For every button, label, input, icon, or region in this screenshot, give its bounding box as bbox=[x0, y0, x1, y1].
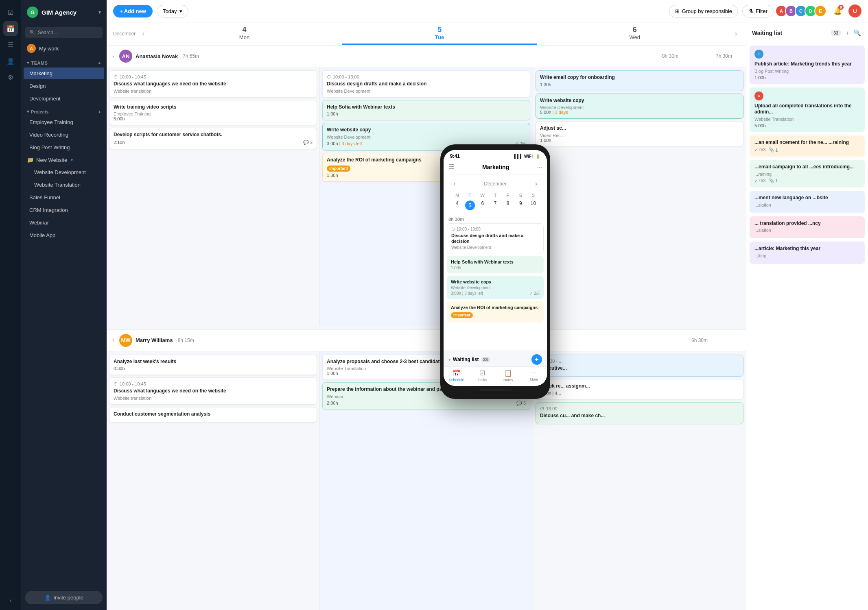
sidebar-item-website-translation[interactable]: Website Translation bbox=[24, 179, 104, 191]
gear-icon-btn[interactable]: ⚙ bbox=[3, 70, 18, 85]
phone-cal-next[interactable]: › bbox=[533, 178, 540, 190]
task-card[interactable]: Write email copy for onboarding 1:30h bbox=[536, 70, 743, 91]
projects-toggle[interactable]: ▾ Projects bbox=[27, 109, 48, 114]
wl-card[interactable]: ... translation provided ...ncy ...slati… bbox=[750, 216, 865, 239]
phone-menu-icon[interactable]: ☰ bbox=[448, 163, 454, 171]
marry-hours-tue: 6h 30m bbox=[691, 338, 708, 343]
calendar-icon-btn[interactable]: 📅 bbox=[3, 21, 18, 36]
sidebar-item-new-website[interactable]: 📁 New Website ▾ bbox=[21, 154, 107, 166]
prev-week-arrow[interactable]: ‹ bbox=[140, 28, 146, 40]
wl-card[interactable]: ...ment new language on ...bsite ...slat… bbox=[750, 191, 865, 213]
task-time: ⏱9:30 - ... bbox=[540, 359, 739, 364]
phone-day-8[interactable]: 8 bbox=[502, 199, 514, 212]
phone-waiting-count: 33 bbox=[481, 357, 490, 362]
wl-card-title: Publish article: Marketing trends this y… bbox=[754, 61, 860, 68]
task-card[interactable]: Adjust sc... Video Rec... 1:00h bbox=[536, 121, 743, 147]
sidebar-item-crm[interactable]: CRM Integration bbox=[24, 204, 104, 216]
phone-tasks-icon: ☑ bbox=[479, 369, 485, 377]
wl-card[interactable]: A Upload all completed translations into… bbox=[750, 87, 865, 132]
wl-card[interactable]: ...an email ncement for the ne... ...rai… bbox=[750, 135, 865, 157]
person-icon-btn[interactable]: 👤 bbox=[3, 54, 18, 68]
sidebar-item-marketing[interactable]: Marketing bbox=[24, 68, 104, 79]
blog-post-label: Blog Post Writing bbox=[29, 144, 70, 150]
add-project-icon[interactable]: + bbox=[98, 109, 101, 114]
phone-day-header-t1: T bbox=[464, 192, 476, 199]
task-title: Discuss design drafts and make a decisio… bbox=[327, 81, 526, 87]
my-work-item[interactable]: A My work bbox=[21, 41, 107, 56]
wl-card-title: ...an email ncement for the ne... ...rai… bbox=[754, 139, 860, 146]
search-placeholder: Search... bbox=[38, 30, 57, 35]
task-card[interactable]: Check re... assignm... 2:30h | 4... bbox=[536, 379, 743, 400]
person-toggle-anastasia[interactable]: ▾ bbox=[112, 54, 114, 59]
sidebar-item-sales-funnel[interactable]: Sales Funnel bbox=[24, 192, 104, 203]
development-label: Development bbox=[29, 96, 61, 102]
next-week-arrow[interactable]: › bbox=[732, 28, 739, 40]
sidebar-item-webinar[interactable]: Webinar bbox=[24, 217, 104, 229]
task-card[interactable]: Write training video scripts Employee Tr… bbox=[109, 100, 317, 126]
task-card[interactable]: Write website copy Website Development 5… bbox=[536, 94, 743, 119]
filter-button[interactable]: ⚗ Filter bbox=[742, 5, 774, 17]
person-toggle-marry[interactable]: ▾ bbox=[112, 338, 114, 342]
search-bar[interactable]: 🔍 Search... bbox=[25, 27, 103, 38]
task-card[interactable]: ⏱9:30 - ... Executive... bbox=[536, 355, 743, 377]
app-logo[interactable]: G GIM Agency ▾ bbox=[21, 0, 107, 24]
marry-day-columns: Analyze last week's results 0:30h ⏱10:00… bbox=[107, 351, 746, 610]
waiting-list-panel: Waiting list 33 + 🔍 T Publish article: M… bbox=[746, 22, 868, 610]
task-card[interactable]: ⏱10:00 - 10:45 Discuss what languages we… bbox=[109, 70, 317, 98]
notification-button[interactable]: 🔔 8 bbox=[831, 4, 844, 18]
add-new-button[interactable]: + Add new bbox=[113, 5, 153, 17]
phone-waiting-chevron[interactable]: ▾ bbox=[448, 357, 450, 362]
phone-day-9[interactable]: 9 bbox=[514, 199, 527, 212]
sidebar-item-employee-training[interactable]: Employee Training bbox=[24, 116, 104, 128]
person-header-anastasia: ▾ AN Anastasia Novak 7h 55m 8h 30m 7h 30… bbox=[107, 45, 746, 67]
check-icon-btn[interactable]: ☑ bbox=[3, 5, 18, 20]
phone-task-card[interactable]: Write website copy Website Development 3… bbox=[447, 276, 544, 299]
wl-card[interactable]: T Publish article: Marketing trends this… bbox=[750, 46, 865, 84]
phone-day-5[interactable]: 5 bbox=[464, 199, 476, 212]
phone-nav-tasks[interactable]: ☑ Tasks bbox=[470, 369, 496, 382]
sidebar-item-video-recording[interactable]: Video Recording bbox=[24, 129, 104, 141]
add-team-icon[interactable]: + bbox=[98, 61, 101, 65]
user-avatar[interactable]: U bbox=[848, 4, 861, 17]
wl-card[interactable]: ...email campaign to all ...ees introduc… bbox=[750, 160, 865, 187]
task-card[interactable]: Help Sofia with Webinar texts 1:00h bbox=[322, 100, 530, 121]
collapse-sidebar-icon[interactable]: ‹ bbox=[10, 597, 12, 603]
phone-nav-schedule[interactable]: 📅 Schedule bbox=[444, 369, 470, 382]
phone-task-card[interactable]: Analyze the ROI of marketing campaigns i… bbox=[447, 301, 544, 322]
website-trans-label: Website Translation bbox=[34, 182, 81, 188]
phone-day-4[interactable]: 4 bbox=[451, 199, 464, 212]
phone-nav-more[interactable]: ··· More bbox=[521, 369, 547, 382]
teams-toggle[interactable]: ▾ Teams bbox=[27, 60, 48, 65]
phone-day-10[interactable]: 10 bbox=[527, 199, 540, 212]
list-icon-btn[interactable]: ☰ bbox=[3, 37, 18, 52]
task-card[interactable]: ⏱10:00 - 10:45 Discuss what languages we… bbox=[109, 377, 317, 405]
sidebar-item-blog-post[interactable]: Blog Post Writing bbox=[24, 142, 104, 153]
phone-nav-notes[interactable]: 📋 Notes bbox=[495, 369, 521, 382]
group-by-button[interactable]: ⊞ Group by responsible bbox=[669, 5, 739, 17]
phone-day-6[interactable]: 6 bbox=[476, 199, 489, 212]
phone-add-waiting-button[interactable]: + bbox=[531, 354, 542, 365]
marry-avatar: MW bbox=[119, 334, 132, 347]
phone-cal-prev[interactable]: ‹ bbox=[451, 178, 458, 190]
wl-card[interactable]: ...article: Marketing this year ...iting bbox=[750, 242, 865, 264]
phone-day-7[interactable]: 7 bbox=[489, 199, 501, 212]
phone-task-card[interactable]: Help Sofia with Webinar texts 1:00h bbox=[447, 256, 544, 273]
add-waiting-icon[interactable]: + bbox=[844, 28, 851, 38]
task-card[interactable]: Conduct customer segmentation analysis bbox=[109, 407, 317, 423]
today-button[interactable]: Today ▾ bbox=[157, 5, 188, 17]
sidebar-item-development[interactable]: Development bbox=[24, 93, 104, 105]
sidebar-item-website-development[interactable]: Website Development bbox=[24, 166, 104, 178]
mobile-app-label: Mobile App bbox=[29, 232, 55, 238]
search-waiting-icon[interactable]: 🔍 bbox=[852, 28, 862, 38]
task-card[interactable]: ⏱13:00 Discuss cu... and make ch... bbox=[536, 402, 743, 425]
phone-more-icon[interactable]: ··· bbox=[537, 164, 542, 170]
phone-day-header-t2: T bbox=[489, 192, 501, 199]
sidebar-item-mobile-app[interactable]: Mobile App bbox=[24, 229, 104, 241]
task-card[interactable]: Develop scripts for customer service cha… bbox=[109, 128, 317, 149]
task-card[interactable]: ⏱10:00 - 13:00 Discuss design drafts and… bbox=[322, 70, 530, 98]
task-card[interactable]: Analyze last week's results 0:30h bbox=[109, 355, 317, 375]
sidebar-item-design[interactable]: Design bbox=[24, 80, 104, 92]
avatar-5[interactable]: E bbox=[814, 5, 826, 17]
invite-people-button[interactable]: 👤 Invite people bbox=[25, 591, 103, 604]
phone-task-card[interactable]: ⏱10:00 - 13:00 Discuss design drafts and… bbox=[447, 223, 544, 253]
